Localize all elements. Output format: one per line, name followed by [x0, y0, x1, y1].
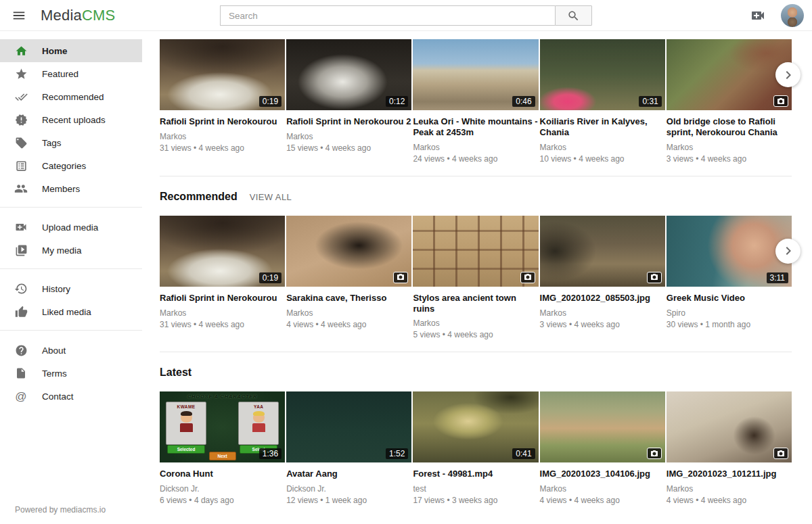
upload-media-icon[interactable] — [750, 7, 766, 24]
video-title[interactable]: Rafioli Sprint in Nerokourou 2 — [286, 116, 411, 127]
video-card[interactable]: 1:52Avatar AangDickson Jr.12 views • 1 w… — [286, 391, 411, 505]
video-card[interactable]: 0:19Rafioli Sprint in NerokourouMarkos31… — [160, 216, 285, 340]
video-thumbnail[interactable]: 0:12 — [286, 39, 411, 110]
video-title[interactable]: Koiliaris River in Kalyves, Chania — [540, 116, 665, 138]
video-title[interactable]: Leuka Ori - White mountains - Peak at 24… — [413, 116, 538, 138]
video-card[interactable]: 0:31Koiliaris River in Kalyves, ChaniaMa… — [540, 39, 665, 164]
tag-icon — [14, 136, 28, 149]
game-character-right: YAA — [238, 402, 279, 445]
video-title[interactable]: Corona Hunt — [160, 469, 285, 479]
video-thumbnail[interactable] — [667, 39, 792, 110]
video-thumbnail[interactable] — [540, 216, 665, 287]
sidebar-item-contact[interactable]: @Contact — [0, 385, 142, 408]
menu-icon[interactable] — [5, 2, 32, 29]
video-title[interactable]: IMG_20201023_101211.jpg — [667, 469, 792, 479]
game-next-button: Next — [209, 452, 236, 460]
video-thumbnail[interactable] — [413, 216, 538, 287]
video-author[interactable]: Markos — [540, 484, 665, 494]
video-thumbnail[interactable]: 3:11 — [667, 216, 792, 287]
video-author[interactable]: Markos — [286, 132, 411, 141]
video-author[interactable]: Markos — [413, 143, 538, 152]
new-releases-icon — [14, 113, 28, 126]
video-thumbnail[interactable]: 1:52 — [286, 391, 411, 462]
sidebar-item-members[interactable]: Members — [0, 177, 142, 200]
video-meta: 5 views • 4 weeks ago — [413, 330, 538, 339]
video-card[interactable]: 0:46Leuka Ori - White mountains - Peak a… — [413, 39, 538, 164]
next-page-button[interactable] — [775, 62, 800, 87]
video-title[interactable]: IMG_20201023_104106.jpg — [540, 469, 665, 479]
mediacms-logo[interactable]: MediaCMS — [41, 7, 115, 24]
video-card[interactable]: IMG_20201023_104106.jpgMarkos4 views • 4… — [540, 391, 665, 505]
video-author[interactable]: Dickson Jr. — [160, 484, 285, 494]
image-type-badge — [520, 272, 535, 283]
search-input[interactable] — [220, 5, 555, 26]
video-thumbnail[interactable]: 0:46 — [413, 39, 538, 110]
video-card[interactable]: 0:12Rafioli Sprint in Nerokourou 2Markos… — [286, 39, 411, 164]
next-page-button[interactable] — [775, 239, 800, 264]
video-card[interactable]: Sarakina cave, TherissoMarkos4 views • 4… — [286, 216, 411, 340]
video-title[interactable]: Sarakina cave, Therisso — [286, 293, 411, 304]
video-title[interactable]: Greek Music Video — [667, 293, 792, 304]
video-author[interactable]: Markos — [413, 318, 538, 328]
video-thumbnail[interactable]: 0:19 — [160, 39, 285, 110]
video-thumbnail[interactable]: 0:31 — [540, 39, 665, 110]
video-title[interactable]: IMG_20201022_085503.jpg — [540, 293, 665, 304]
sidebar-item-upload-media[interactable]: Upload media — [0, 216, 142, 239]
video-card[interactable]: IMG_20201023_101211.jpgMarkos4 views • 4… — [667, 391, 792, 505]
video-card[interactable]: CHOOSE A CHARACTERKWAMEYAASelectedSelect… — [160, 391, 285, 505]
video-title[interactable]: Rafioli Sprint in Nerokourou — [160, 116, 285, 127]
user-avatar[interactable] — [781, 4, 804, 27]
video-author[interactable]: Markos — [540, 308, 665, 318]
video-title[interactable]: Rafioli Sprint in Nerokourou — [160, 293, 285, 304]
video-author[interactable]: Markos — [286, 308, 411, 318]
document-icon — [14, 366, 28, 380]
sidebar-item-tags[interactable]: Tags — [0, 131, 142, 154]
video-author[interactable]: Markos — [160, 132, 285, 141]
video-thumbnail[interactable] — [286, 216, 411, 287]
sidebar-item-label: Recent uploads — [42, 115, 106, 125]
sidebar-group: AboutTerms@Contact — [0, 330, 142, 414]
sidebar-item-featured[interactable]: Featured — [0, 62, 142, 85]
search-button[interactable] — [555, 5, 592, 26]
video-card[interactable]: 0:19Rafioli Sprint in NerokourouMarkos31… — [160, 39, 285, 164]
video-title[interactable]: Old bridge close to Rafioli sprint, Nero… — [667, 116, 792, 138]
video-thumbnail[interactable] — [540, 391, 665, 462]
video-author[interactable]: Markos — [160, 308, 285, 318]
video-card[interactable]: 0:41Forest - 49981.mp4test17 views • 3 w… — [413, 391, 538, 505]
sidebar-item-about[interactable]: About — [0, 339, 142, 362]
video-title[interactable]: Stylos area ancient town ruins — [413, 293, 538, 314]
sidebar-item-recommended[interactable]: Recommended — [0, 85, 142, 108]
video-meta: 4 views • 4 weeks ago — [540, 496, 665, 505]
video-card[interactable]: 3:11Greek Music VideoSpiro30 views • 1 m… — [667, 216, 792, 340]
video-author[interactable]: Spiro — [667, 308, 792, 318]
sidebar-item-label: Recommended — [42, 92, 104, 102]
sidebar-item-label: Contact — [42, 391, 74, 402]
video-author[interactable]: Markos — [667, 484, 792, 494]
video-author[interactable]: Dickson Jr. — [286, 484, 411, 494]
video-card[interactable]: Old bridge close to Rafioli sprint, Nero… — [667, 39, 792, 164]
video-title[interactable]: Avatar Aang — [286, 469, 411, 479]
sidebar-item-liked-media[interactable]: Liked media — [0, 300, 142, 323]
video-author[interactable]: Markos — [540, 143, 665, 152]
sidebar-item-home[interactable]: Home — [0, 39, 142, 62]
sidebar-item-my-media[interactable]: My media — [0, 239, 142, 262]
video-thumbnail[interactable] — [667, 391, 792, 462]
video-meta: 15 views • 4 weeks ago — [286, 143, 411, 153]
video-card[interactable]: Stylos area ancient town ruinsMarkos5 vi… — [413, 216, 538, 340]
sidebar-item-history[interactable]: History — [0, 277, 142, 300]
view-all-link[interactable]: VIEW ALL — [250, 192, 292, 202]
image-type-badge — [647, 448, 662, 459]
video-title[interactable]: Forest - 49981.mp4 — [413, 469, 538, 479]
sidebar-item-recent-uploads[interactable]: Recent uploads — [0, 108, 142, 131]
video-thumbnail[interactable]: 0:41 — [413, 391, 538, 462]
video-author[interactable]: Markos — [667, 143, 792, 152]
video-thumbnail[interactable]: CHOOSE A CHARACTERKWAMEYAASelectedSelect… — [160, 391, 285, 462]
video-author[interactable]: test — [413, 484, 538, 494]
video-meta: 3 views • 4 weeks ago — [667, 154, 792, 164]
sidebar-item-categories[interactable]: Categories — [0, 154, 142, 177]
sidebar-group: HomeFeaturedRecommendedRecent uploadsTag… — [0, 38, 142, 207]
sidebar-item-terms[interactable]: Terms — [0, 362, 142, 385]
video-thumbnail[interactable]: 0:19 — [160, 216, 285, 287]
duration-badge: 1:52 — [386, 448, 408, 459]
video-card[interactable]: IMG_20201022_085503.jpgMarkos3 views • 4… — [540, 216, 665, 340]
